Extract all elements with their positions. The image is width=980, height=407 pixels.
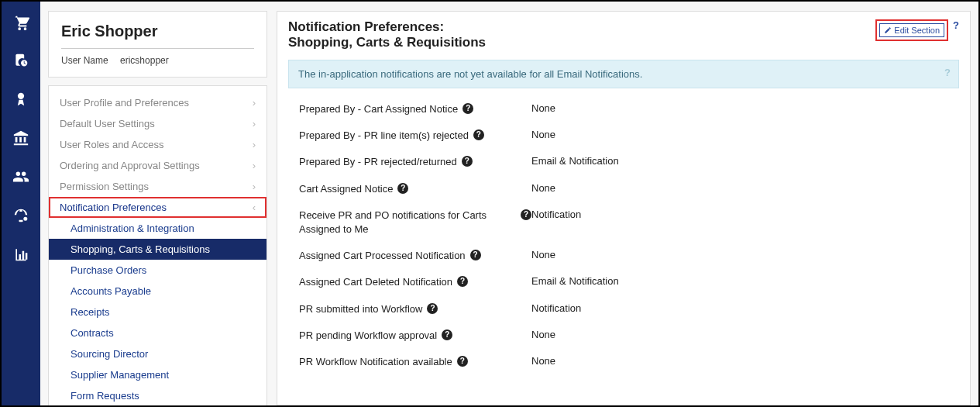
pref-row: Assigned Cart Processed Notification? No…	[299, 249, 959, 263]
clipboard-clock-icon[interactable]	[10, 50, 32, 71]
subnav-supplier-management[interactable]: Supplier Management	[49, 364, 266, 385]
chart-icon[interactable]	[10, 243, 32, 265]
help-tooltip-icon[interactable]: ?	[473, 129, 484, 140]
username-value: ericshopper	[120, 55, 169, 66]
people-icon[interactable]	[10, 166, 32, 188]
pref-value: None	[531, 129, 555, 140]
cart-icon[interactable]	[10, 11, 32, 33]
nav-permission-settings[interactable]: Permission Settings ›	[49, 176, 266, 197]
pref-row: Prepared By - PR rejected/returned? Emai…	[299, 155, 959, 169]
subnav-accounts-payable[interactable]: Accounts Payable	[49, 281, 266, 302]
help-tooltip-icon[interactable]: ?	[462, 156, 473, 167]
user-card: Eric Shopper User Name ericshopper	[48, 11, 267, 78]
global-nav	[2, 2, 40, 405]
pref-row: Prepared By - PR line item(s) rejected? …	[299, 129, 959, 143]
pref-value: None	[531, 355, 555, 367]
pref-value: None	[531, 102, 555, 114]
pref-row: Receive PR and PO notifications for Cart…	[299, 209, 959, 236]
globe-settings-icon[interactable]	[10, 205, 32, 226]
pref-label: Cart Assigned Notice	[299, 182, 393, 196]
award-icon[interactable]	[10, 88, 32, 110]
chevron-right-icon: ›	[253, 97, 256, 109]
pref-row: Cart Assigned Notice? None	[299, 182, 959, 196]
pref-label: PR pending Workflow approval	[299, 329, 437, 343]
nav-user-profile[interactable]: User Profile and Preferences ›	[49, 92, 266, 113]
info-banner: The in-application notifications are not…	[288, 60, 959, 88]
nav-ordering-approval[interactable]: Ordering and Approval Settings ›	[49, 155, 266, 176]
pencil-icon	[884, 26, 892, 34]
settings-sidebar: Eric Shopper User Name ericshopper User …	[48, 11, 267, 405]
help-tooltip-icon[interactable]: ?	[470, 250, 481, 260]
bank-icon[interactable]	[10, 127, 32, 149]
pref-label: Assigned Cart Deleted Notification	[299, 275, 452, 289]
pref-label: Prepared By - PR line item(s) rejected	[299, 129, 469, 143]
help-tooltip-icon[interactable]: ?	[521, 209, 531, 220]
banner-help-icon[interactable]: ?	[944, 67, 951, 78]
pref-label: Receive PR and PO notifications for Cart…	[299, 209, 516, 236]
help-tooltip-icon[interactable]: ?	[427, 303, 438, 314]
pref-value: Email & Notification	[531, 155, 619, 167]
pref-row: Prepared By - Cart Assigned Notice? None	[299, 102, 959, 116]
nav-roles-access[interactable]: User Roles and Access ›	[49, 134, 266, 155]
pref-row: PR Workflow Notification available? None	[299, 355, 959, 369]
help-tooltip-icon[interactable]: ?	[457, 356, 468, 367]
pref-value: None	[531, 182, 555, 194]
pref-value: Notification	[531, 209, 581, 220]
pref-value: Email & Notification	[531, 275, 619, 287]
help-tooltip-icon[interactable]: ?	[442, 329, 452, 340]
pref-label: Prepared By - PR rejected/returned	[299, 155, 457, 169]
pref-value: None	[531, 249, 555, 260]
preferences-list: Prepared By - Cart Assigned Notice? None…	[288, 102, 959, 369]
pref-row: PR submitted into Workflow? Notification	[299, 302, 959, 316]
chevron-right-icon: ›	[253, 139, 256, 150]
pref-row: Assigned Cart Deleted Notification? Emai…	[299, 275, 959, 289]
subnav-shopping-carts-reqs[interactable]: Shopping, Carts & Requisitions	[49, 239, 266, 260]
page-title: Notification Preferences: Shopping, Cart…	[288, 19, 486, 50]
help-icon[interactable]: ?	[953, 19, 959, 31]
content-panel: Notification Preferences: Shopping, Cart…	[277, 11, 971, 405]
subnav-receipts[interactable]: Receipts	[49, 302, 266, 322]
subnav-purchase-orders[interactable]: Purchase Orders	[49, 260, 266, 281]
subnav-admin-integration[interactable]: Administration & Integration	[49, 218, 266, 239]
username-label: User Name	[61, 55, 108, 66]
pref-value: Notification	[531, 302, 581, 314]
pref-label: Prepared By - Cart Assigned Notice	[299, 102, 458, 116]
pref-label: PR submitted into Workflow	[299, 302, 422, 316]
help-tooltip-icon[interactable]: ?	[457, 276, 468, 287]
user-display-name: Eric Shopper	[61, 22, 254, 40]
pref-row: PR pending Workflow approval? None	[299, 329, 959, 343]
subnav-contracts[interactable]: Contracts	[49, 322, 266, 343]
subnav-form-requests[interactable]: Form Requests	[49, 385, 266, 406]
chevron-right-icon: ›	[253, 181, 256, 192]
chevron-right-icon: ›	[253, 118, 256, 129]
pref-value: None	[531, 329, 555, 340]
help-tooltip-icon[interactable]: ?	[462, 103, 473, 114]
nav-notification-preferences[interactable]: Notification Preferences ‹	[49, 197, 266, 218]
chevron-left-icon: ‹	[253, 202, 256, 213]
subnav-sourcing-director[interactable]: Sourcing Director	[49, 343, 266, 364]
pref-label: Assigned Cart Processed Notification	[299, 249, 466, 263]
pref-label: PR Workflow Notification available	[299, 355, 452, 369]
edit-section-button[interactable]: Edit Section	[879, 23, 944, 37]
help-tooltip-icon[interactable]: ?	[397, 183, 408, 194]
nav-default-settings[interactable]: Default User Settings ›	[49, 113, 266, 134]
settings-nav: User Profile and Preferences › Default U…	[48, 85, 267, 407]
edit-section-highlight: Edit Section	[875, 19, 948, 41]
chevron-right-icon: ›	[253, 160, 256, 171]
